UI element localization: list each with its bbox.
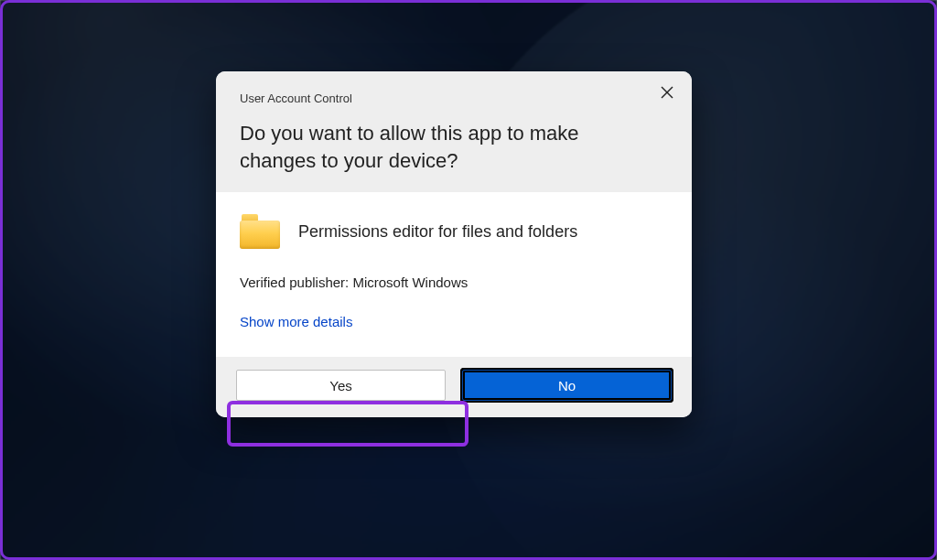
verified-publisher: Verified publisher: Microsoft Windows bbox=[240, 275, 668, 290]
dialog-titlebar: User Account Control Do you want to allo… bbox=[216, 71, 692, 192]
no-button[interactable]: No bbox=[462, 370, 672, 401]
show-more-details-link[interactable]: Show more details bbox=[240, 314, 352, 329]
dialog-headline: Do you want to allow this app to make ch… bbox=[240, 120, 633, 174]
dialog-footer: Yes No bbox=[216, 357, 692, 417]
dialog-body: Permissions editor for files and folders… bbox=[216, 192, 692, 357]
yes-button[interactable]: Yes bbox=[236, 370, 446, 401]
close-icon bbox=[661, 86, 673, 99]
folder-icon bbox=[240, 214, 280, 249]
close-button[interactable] bbox=[659, 84, 675, 101]
uac-dialog: User Account Control Do you want to allo… bbox=[216, 71, 692, 417]
app-name: Permissions editor for files and folders bbox=[298, 222, 577, 242]
dialog-caption: User Account Control bbox=[240, 92, 668, 105]
app-info-row: Permissions editor for files and folders bbox=[240, 214, 668, 249]
